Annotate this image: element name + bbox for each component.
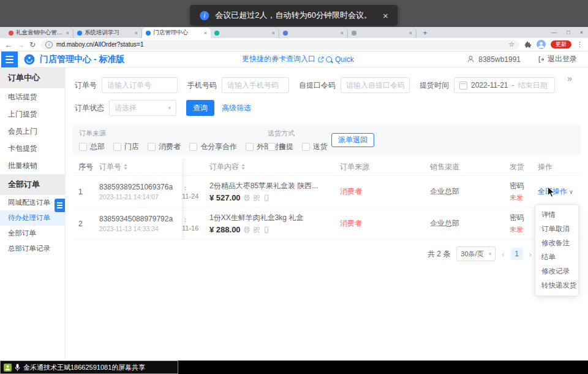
tab-close-icon[interactable]: × [135, 30, 138, 36]
forward-icon[interactable]: → [17, 41, 24, 48]
window-maximize-button[interactable]: □ [567, 29, 570, 36]
screen-share-text: 金禾通技术王斌18662591081的屏幕共享 [23, 363, 145, 372]
checkbox-self-pickup[interactable]: 自提 [268, 142, 293, 152]
phone-label: 手机号码 [187, 80, 217, 91]
back-icon[interactable]: ← [5, 41, 12, 48]
checkbox-source-store[interactable]: 门店 [113, 142, 139, 152]
menu-toggle-button[interactable] [1, 52, 18, 67]
checkbox-source-consumer[interactable]: 消费者 [148, 142, 181, 152]
chrome-update-button[interactable]: 更新 [551, 40, 571, 48]
menu-item-details[interactable]: 详情 [535, 208, 578, 222]
dispatch-return-button[interactable]: 派单退回 [331, 133, 374, 147]
advanced-filter-link[interactable]: 高级筛选 [222, 103, 251, 113]
date-end-placeholder: 结束日期 [518, 80, 548, 91]
search-button[interactable]: 查询 [186, 100, 214, 116]
sidebar-item-all-orders[interactable]: 全部订单 [0, 226, 65, 241]
sidebar-section-all-orders[interactable]: 全部订单 [0, 174, 65, 195]
menu-item-close-order[interactable]: 结单 [535, 250, 578, 264]
sidebar-item-hq-order-records[interactable]: 总部订单记录 [0, 241, 65, 256]
col-header-content[interactable]: 订单内容 [203, 162, 334, 172]
browser-tab-1[interactable]: 礼盒营销中心管理中心 × [5, 28, 74, 38]
checkbox-icon [79, 143, 87, 151]
all-actions-dropdown-trigger[interactable]: 全部操作 ∨ [538, 186, 581, 197]
menu-item-edit-remark[interactable]: 修改备注 [535, 236, 578, 250]
sidebar-item-card-pickup[interactable]: 卡包提货 [0, 140, 65, 157]
screen: i 会议已超过2人，自动转为60分钟限时会议。 × 礼盒营销中心管理中心 × 系… [0, 0, 588, 374]
browser-tab-3-active[interactable]: 门店管理中心 × [142, 28, 211, 38]
tab-close-icon[interactable]: × [204, 30, 207, 36]
url-bar[interactable]: i md.maboy.cn/AllOrder?status=1 ☆ [40, 40, 519, 50]
tab-close-icon[interactable]: × [409, 30, 412, 36]
phone-icon[interactable] [263, 226, 270, 234]
window-minimize-button[interactable]: — [551, 29, 557, 36]
url-text: md.maboy.cn/AllOrder?status=1 [56, 41, 143, 48]
tab-close-icon[interactable]: × [66, 30, 69, 36]
print-icon[interactable] [243, 194, 251, 202]
screen-share-box: 金禾通技术王斌18662591081的屏幕共享 [0, 361, 178, 374]
browser-tab-4[interactable]: × [211, 28, 279, 38]
profile-avatar[interactable] [537, 40, 546, 49]
sidebar-section-order-center[interactable]: 订单中心 [0, 67, 65, 88]
print-icon[interactable] [243, 226, 251, 234]
menu-item-edit-history[interactable]: 修改记录 [535, 264, 578, 278]
sidebar-item-member-visit[interactable]: 会员上门 [0, 123, 65, 140]
tab-close-icon[interactable]: × [341, 30, 344, 36]
order-no-input[interactable] [102, 77, 178, 93]
prev-page-button[interactable]: ‹ [502, 250, 504, 259]
site-info-icon[interactable]: i [45, 41, 53, 48]
new-tab-button[interactable]: + [420, 28, 430, 38]
order-time: 2023-11-13 14:33:34 [99, 225, 182, 232]
page-size-select[interactable]: 30条/页 ▾ [456, 246, 496, 261]
table-header-row: 序号 订单号 订单内容 订单来源 销售渠道 发货 操作 [73, 158, 581, 176]
meeting-overlay-bar: i 会议已超过2人，自动转为60分钟限时会议。 × [0, 0, 588, 27]
page-size-value: 30条/页 [461, 250, 483, 259]
pickup-code-input[interactable] [341, 77, 410, 93]
browser-tab-5[interactable]: × [279, 28, 348, 38]
sidebar-item-batch-verify[interactable]: 批量核销 [0, 157, 65, 174]
menu-item-cancel-order[interactable]: 订单取消 [535, 222, 578, 236]
phone-icon[interactable] [263, 194, 270, 202]
sidebar-item-pending-orders[interactable]: 待办处理订单 [0, 210, 65, 226]
browser-tab-6[interactable]: × [348, 28, 417, 38]
checkbox-source-warehouse-share[interactable]: 仓分享合作 [189, 142, 237, 152]
bookmark-star-icon[interactable]: ☆ [508, 40, 514, 48]
logout-button[interactable]: 退出登录 [538, 54, 577, 64]
next-page-button[interactable]: › [529, 250, 532, 259]
pickup-date-fragment: ： [182, 215, 203, 224]
checkbox-source-hq[interactable]: 总部 [79, 142, 105, 152]
tab-title: 礼盒营销中心管理中心 [16, 29, 64, 37]
collapse-filters-icon[interactable]: » [567, 74, 572, 83]
sidebar-collapse-handle[interactable] [55, 199, 65, 212]
reload-icon[interactable]: ↻ [29, 41, 36, 48]
order-status-select[interactable]: 请选择 ▾ [109, 100, 176, 116]
coupon-query-link[interactable]: 更快捷的券卡查询入口 [242, 54, 324, 64]
tab-favicon [214, 31, 219, 36]
window-close-button[interactable]: × [580, 29, 583, 36]
order-no-cell: 83859389251069376a 2023-11-21 14:14:07 [93, 183, 182, 200]
pickup-date-range-picker[interactable]: 2022-11-21 - 结束日期 [454, 77, 555, 93]
toast-close-icon[interactable]: × [383, 10, 388, 21]
sort-icons[interactable] [241, 164, 245, 170]
sort-icons[interactable] [124, 164, 127, 170]
coupon-qr-icon[interactable] [253, 226, 260, 234]
browser-tab-2[interactable]: 系统培训学习 × [74, 28, 142, 38]
col-header-order-no[interactable]: 订单号 [93, 162, 182, 172]
pickup-date-cell: ： 11-16 [182, 215, 203, 232]
sidebar-item-phone-pickup[interactable]: 电话提货 [0, 88, 65, 105]
quick-search[interactable]: Quick [326, 55, 354, 64]
menu-item-express-ship[interactable]: 转快递发货 [535, 278, 578, 292]
browser-menu-kebab-icon[interactable]: ⋮ [576, 40, 583, 48]
checkbox-label: 自提 [279, 142, 293, 152]
checkbox-label: 仓分享合作 [200, 142, 237, 152]
col-header-actions: 操作 [535, 162, 581, 172]
checkbox-icon [148, 143, 156, 151]
sidebar-item-door-pickup[interactable]: 上门提货 [0, 105, 65, 123]
extensions-puzzle-icon[interactable] [524, 41, 532, 48]
order-status-label: 订单状态 [75, 103, 104, 113]
row-index: 1 [73, 188, 93, 196]
checkbox-delivery[interactable]: 送货 [302, 142, 328, 152]
page-1-button[interactable]: 1 [511, 248, 523, 260]
phone-input[interactable] [222, 77, 289, 93]
tab-close-icon[interactable]: × [272, 30, 275, 36]
coupon-qr-icon[interactable] [253, 194, 260, 202]
